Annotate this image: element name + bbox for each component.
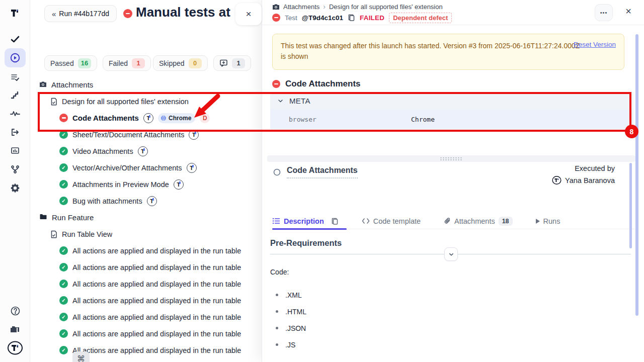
filter-skipped[interactable]: Skipped 0: [153, 55, 208, 71]
breadcrumb-section[interactable]: Attachments: [283, 3, 319, 11]
testomat-badge-icon: T: [147, 196, 157, 206]
dependent-defect-badge[interactable]: Dependent defect: [389, 13, 452, 23]
filter-skipped-label: Skipped: [159, 59, 185, 67]
collapse-section-button[interactable]: [444, 247, 458, 261]
tree-row[interactable]: All actions are applied and displayed in…: [30, 309, 262, 325]
tree-row[interactable]: All actions are applied and displayed in…: [30, 325, 262, 342]
tree-row[interactable]: Run Table View: [30, 226, 262, 242]
tab-runs-label: Runs: [543, 217, 560, 225]
tree-row[interactable]: All actions are applied and displayed in…: [30, 342, 262, 358]
check-circle-icon: [59, 263, 68, 272]
test-label: All actions are applied and displayed in…: [72, 313, 241, 321]
extension-item: .HTML: [270, 303, 306, 320]
tree-row[interactable]: Bug with attachmentsT: [30, 193, 262, 209]
breadcrumb-page: Design for all supported files' extensio…: [329, 3, 443, 11]
bullet-icon: [276, 343, 278, 346]
check-circle-icon: [59, 180, 68, 189]
test-status-label: FAILED: [360, 14, 384, 22]
passed-count-badge: 16: [78, 58, 91, 68]
filter-passed[interactable]: Passed 16: [44, 55, 97, 71]
tab-runs[interactable]: Runs: [536, 217, 560, 225]
check-circle-icon: [59, 346, 68, 354]
extension-item: .JS: [270, 336, 306, 353]
testomat-logo-icon[interactable]: [0, 6, 30, 20]
branch-icon[interactable]: [0, 163, 30, 175]
run-panel: « Run #44b177dd Manual tests at Passed 1…: [30, 0, 262, 362]
reset-version-link[interactable]: Reset Version: [574, 41, 616, 48]
runs-play-icon[interactable]: [0, 52, 30, 64]
split-drag-handle[interactable]: [267, 155, 635, 162]
projects-folder-icon[interactable]: [0, 323, 30, 335]
test-group-label: Run Table View: [62, 230, 112, 238]
check-circle-icon: [59, 147, 68, 155]
section-failed-status-icon: [272, 80, 280, 88]
tab-description[interactable]: Description: [272, 217, 324, 225]
test-label: Video Attachments: [72, 147, 133, 155]
content-scrollbar[interactable]: [629, 163, 632, 248]
account-avatar-icon[interactable]: [0, 340, 30, 356]
subsection-title[interactable]: Code Attachments: [287, 166, 358, 178]
tests-check-icon[interactable]: [0, 33, 30, 45]
tab-description-label: Description: [284, 217, 324, 225]
comments-count-badge: 1: [232, 58, 245, 68]
check-circle-icon: [59, 197, 68, 205]
chevron-down-icon: [448, 251, 454, 257]
import-icon[interactable]: [0, 126, 30, 138]
tab-attachments[interactable]: Attachments 18: [444, 217, 513, 226]
tab-attachments-label: Attachments: [454, 217, 495, 225]
detail-header: Attachments › Design for all supported f…: [262, 0, 644, 25]
attachments-count-badge: 18: [499, 217, 513, 226]
chevrons-left-icon: «: [52, 10, 55, 18]
tree-row[interactable]: Attachments in Preview ModeT: [30, 176, 262, 193]
version-alert-message: This test was changed after this launch …: [281, 41, 583, 62]
copy-id-icon[interactable]: [348, 14, 355, 22]
pulse-icon[interactable]: [0, 108, 30, 120]
settings-gear-icon[interactable]: [0, 182, 30, 195]
executed-by-label: Executed by: [552, 164, 615, 172]
close-panel-icon[interactable]: ×: [625, 6, 631, 16]
close-detail-tab-button[interactable]: ×: [235, 3, 262, 25]
tab-code-template[interactable]: Code template: [362, 217, 421, 225]
doc-check-icon: [50, 230, 57, 238]
tree-row[interactable]: Vector/Archive/Other AttachmentsT: [30, 159, 262, 176]
subsection-title-row: Code Attachments: [273, 166, 358, 178]
filter-failed[interactable]: Failed 1: [103, 55, 151, 71]
test-label: All actions are applied and displayed in…: [72, 263, 241, 272]
test-id: @T9d4c1c01: [302, 14, 343, 22]
description-list-icon: [272, 217, 280, 225]
prerequirements-heading: Pre-Requirements: [270, 238, 342, 248]
annotation-number-badge: 8: [625, 125, 638, 138]
copy-description-icon[interactable]: [331, 217, 339, 225]
camera-icon: [272, 4, 280, 10]
test-label: All actions are applied and displayed in…: [72, 297, 241, 305]
tree-row[interactable]: Attachments: [30, 76, 262, 93]
executed-by-block: Executed by Yana Baranova: [552, 164, 615, 185]
back-to-run-button[interactable]: « Run #44b177dd: [44, 5, 117, 22]
check-circle-icon: [59, 246, 68, 255]
steps-icon[interactable]: [0, 89, 30, 102]
filter-comments[interactable]: 1: [213, 55, 251, 71]
check-circle-icon: [59, 280, 68, 288]
user-avatar-icon: [552, 175, 561, 185]
help-icon[interactable]: [0, 305, 30, 317]
test-label: Attachments in Preview Mode: [72, 180, 169, 189]
tree-row[interactable]: Video AttachmentsT: [30, 143, 262, 159]
detail-tabs: Description Code template Attachments 18…: [272, 213, 637, 229]
tree-row[interactable]: All actions are applied and displayed in…: [30, 259, 262, 276]
tree-row[interactable]: All actions are applied and displayed in…: [30, 242, 262, 259]
more-actions-button[interactable]: •••: [595, 4, 613, 21]
report-chart-icon[interactable]: [0, 145, 30, 157]
annotation-rectangle: [38, 92, 631, 132]
tree-row[interactable]: All actions are applied and displayed in…: [30, 292, 262, 309]
test-plans-icon[interactable]: [0, 71, 30, 83]
check-circle-icon: [59, 296, 68, 305]
testomat-badge-icon: T: [187, 163, 197, 173]
panel-scrollbar[interactable]: [635, 34, 638, 316]
filter-passed-label: Passed: [50, 59, 74, 67]
tree-row[interactable]: All actions are applied and displayed in…: [30, 276, 262, 292]
tab-code-template-label: Code template: [373, 217, 421, 225]
bullet-icon: [276, 310, 278, 313]
tree-row[interactable]: Run Feature: [30, 209, 262, 226]
breadcrumb-separator: ›: [323, 3, 326, 11]
command-key-hint: ⌘: [72, 351, 90, 362]
